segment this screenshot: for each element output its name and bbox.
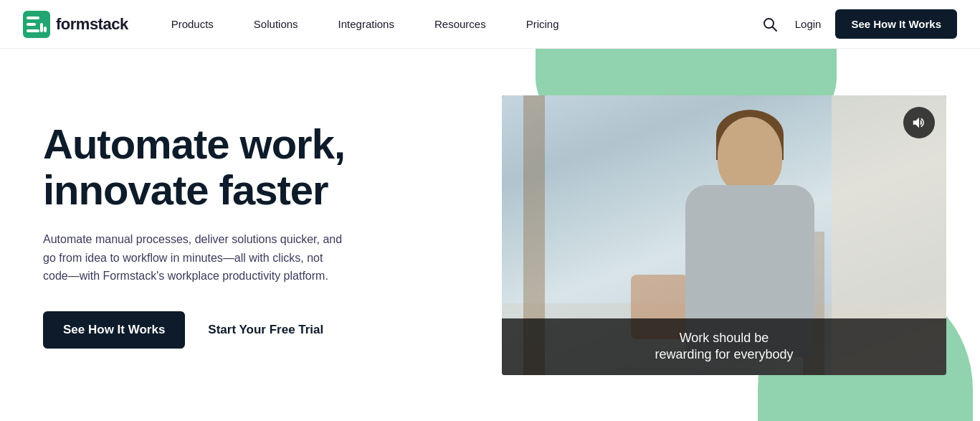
hero-headline-line1: Automate work, bbox=[43, 120, 345, 167]
nav-link-integrations[interactable]: Integrations bbox=[318, 0, 414, 49]
svg-line-7 bbox=[772, 27, 776, 31]
person-head bbox=[718, 117, 782, 192]
svg-rect-5 bbox=[44, 27, 47, 32]
svg-rect-4 bbox=[40, 23, 43, 32]
hero-headline: Automate work, innovate faster bbox=[43, 121, 459, 213]
video-player[interactable]: Work should be rewarding for everybody bbox=[502, 95, 946, 375]
sound-toggle-button[interactable] bbox=[903, 107, 935, 138]
start-free-trial-button[interactable]: Start Your Free Trial bbox=[208, 323, 323, 337]
nav-link-pricing[interactable]: Pricing bbox=[506, 0, 579, 49]
nav-link-products[interactable]: Products bbox=[151, 0, 234, 49]
formstack-logo-icon bbox=[23, 11, 50, 38]
nav-actions: Login See How It Works bbox=[759, 9, 957, 39]
hero-headline-line2: innovate faster bbox=[43, 166, 328, 213]
logo-text: formstack bbox=[56, 15, 128, 34]
caption-line2: rewarding for everybody bbox=[655, 347, 793, 361]
svg-rect-2 bbox=[27, 23, 36, 26]
svg-rect-3 bbox=[27, 29, 39, 32]
caption-line1: Work should be bbox=[680, 331, 769, 345]
login-link[interactable]: Login bbox=[795, 18, 822, 30]
navbar: formstack Products Solutions Integration… bbox=[0, 0, 980, 49]
hero-right-video: Work should be rewarding for everybody bbox=[502, 95, 946, 375]
nav-cta-button[interactable]: See How It Works bbox=[835, 9, 957, 39]
sound-on-icon bbox=[911, 115, 927, 131]
nav-link-solutions[interactable]: Solutions bbox=[234, 0, 318, 49]
hero-subtext: Automate manual processes, deliver solut… bbox=[43, 230, 344, 285]
logo-link[interactable]: formstack bbox=[23, 11, 128, 38]
video-caption: Work should be rewarding for everybody bbox=[502, 318, 946, 375]
nav-link-resources[interactable]: Resources bbox=[414, 0, 506, 49]
nav-links: Products Solutions Integrations Resource… bbox=[151, 0, 759, 49]
see-how-it-works-button[interactable]: See How It Works bbox=[43, 311, 185, 349]
hero-section: Automate work, innovate faster Automate … bbox=[0, 49, 980, 421]
search-icon bbox=[762, 16, 778, 32]
hero-buttons: See How It Works Start Your Free Trial bbox=[43, 311, 459, 349]
search-button[interactable] bbox=[759, 14, 781, 35]
hero-left-content: Automate work, innovate faster Automate … bbox=[43, 121, 459, 348]
svg-rect-1 bbox=[27, 16, 39, 19]
